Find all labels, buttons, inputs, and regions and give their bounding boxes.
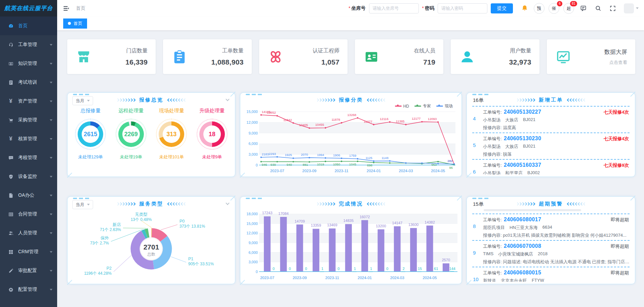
- svg-text:1148: 1148: [381, 156, 388, 160]
- message-icon[interactable]: [577, 3, 589, 14]
- work-order-item: 10工单编号:240606080015即将超期新辣道北京丰台永旺FTYW报修内容…: [472, 270, 630, 282]
- svg-text:17243: 17243: [262, 211, 272, 215]
- sidebar-item-accounting[interactable]: ¥核算管理: [0, 129, 57, 148]
- stat-card-users: 用户数量32,973: [451, 39, 539, 74]
- breadcrumb[interactable]: 首页: [76, 5, 85, 11]
- sidebar-item-label: 采购管理: [18, 117, 37, 123]
- sidebar-item-label: 合同管理: [18, 211, 37, 217]
- svg-text:373个 13.81%: 373个 13.81%: [179, 224, 205, 229]
- svg-text:无类型: 无类型: [135, 212, 148, 217]
- order-no-link[interactable]: 240605130227: [504, 109, 541, 115]
- order-no-link[interactable]: 240605130230: [504, 136, 541, 142]
- bell-icon[interactable]: [519, 3, 530, 14]
- panel-service-type: 当月 服务类型 无类型13个 0.48%P0373个 13.81%P1905个 …: [67, 196, 235, 284]
- item-index: 9: [473, 243, 483, 265]
- status-tag: 七天报修4次: [604, 136, 630, 142]
- book-icon: [7, 60, 14, 67]
- item-index: 5: [473, 136, 483, 157]
- topbar: 首页 坐席号 密码 提交 预催6超81: [57, 0, 644, 16]
- title-decoration-right: [367, 203, 386, 205]
- sidebar-item-label: 配置管理: [18, 286, 37, 293]
- svg-text:2023-11: 2023-11: [325, 276, 339, 280]
- order-no-link[interactable]: 240606080015: [504, 270, 541, 276]
- legend-item[interactable]: 专家: [414, 103, 431, 109]
- month-filter-select[interactable]: 当月: [72, 96, 93, 105]
- submit-button[interactable]: 提交: [491, 3, 513, 13]
- sidebar-item-assets[interactable]: ¥资产管理: [0, 92, 57, 111]
- sidebar-item-label: 设备监控: [18, 174, 37, 180]
- stat-card-screen[interactable]: 数据大屏点击查看: [547, 39, 635, 74]
- svg-text:P2: P2: [107, 266, 112, 271]
- password-label: 密码: [422, 5, 434, 11]
- svg-text:1019: 1019: [317, 162, 324, 166]
- sidebar-item-home[interactable]: 首页: [0, 16, 57, 35]
- urge-button[interactable]: 催6: [549, 3, 559, 14]
- svg-text:1050: 1050: [333, 162, 340, 166]
- store-info: TIMS小营珠宝城捷枫店2018: [483, 251, 630, 257]
- overdue-list[interactable]: 8工单编号:240606080017即将超期屈臣氏项目HN三亚大东海6634报修…: [472, 208, 630, 282]
- password-input[interactable]: [438, 3, 487, 13]
- chevron-down-icon: [50, 251, 52, 253]
- chevron-down-icon: [50, 232, 52, 234]
- sidebar-item-assessment[interactable]: 考核管理: [0, 148, 57, 167]
- title-decoration-left: [316, 203, 335, 205]
- repair-content: 报修内容: 脱落: [483, 151, 630, 157]
- new-orders-list[interactable]: 4工单编号:240605130227七天报修4次小吊梨汤大族店BJ021报修内容…: [472, 104, 630, 175]
- stat-label: 在线人员: [414, 47, 435, 54]
- collapse-icon[interactable]: [226, 97, 229, 101]
- sidebar-item-label: 知识管理: [18, 61, 37, 67]
- sidebar-item-label: 核算管理: [18, 136, 37, 142]
- sidebar-item-contracts[interactable]: 合同管理: [0, 205, 57, 224]
- search-icon[interactable]: [592, 3, 604, 14]
- panels-row-2: 当月 服务类型 无类型13个 0.48%P0373个 13.81%P1905个 …: [67, 196, 635, 284]
- people-icon: [7, 230, 14, 236]
- stat-label: 认证工程师: [313, 47, 339, 54]
- sidebar-item-oa[interactable]: OA办公: [0, 186, 57, 205]
- month-filter-select[interactable]: 当月: [72, 200, 93, 209]
- svg-text:11385: 11385: [396, 119, 405, 123]
- order-no-link[interactable]: 240605160337: [504, 162, 541, 168]
- svg-text:73个 2.7%: 73个 2.7%: [90, 241, 109, 245]
- repair-gauges: 总报修量2615未处理129单远程处理量2269未处理19单现场处理量313未处…: [68, 108, 235, 160]
- legend-item[interactable]: 现场: [436, 103, 453, 109]
- sidebar-item-approval[interactable]: 审批配置: [0, 261, 57, 280]
- sidebar-item-exam-training[interactable]: 考试培训: [0, 73, 57, 92]
- svg-text:15: 15: [418, 267, 422, 271]
- sidebar-item-knowledge[interactable]: 知识管理: [0, 54, 57, 73]
- tab-label: 首页: [74, 21, 82, 27]
- order-no-label: 工单编号:: [483, 136, 502, 142]
- order-no-link[interactable]: 240606070008: [504, 243, 541, 249]
- svg-text:3,000: 3,000: [248, 260, 257, 264]
- svg-text:1759: 1759: [349, 154, 356, 157]
- order-no-link[interactable]: 240606080017: [504, 217, 541, 223]
- svg-text:2070: 2070: [301, 153, 308, 156]
- user-menu[interactable]: [624, 3, 639, 13]
- sidebar-menu: 首页工单管理知识管理考试培训¥资产管理采购管理¥核算管理考核管理设备监控OA办公…: [0, 16, 57, 307]
- svg-text:2023-07: 2023-07: [260, 276, 274, 280]
- pre-button[interactable]: 预: [534, 3, 545, 14]
- sidebar-item-config[interactable]: 配置管理: [0, 280, 57, 299]
- svg-text:P0: P0: [179, 219, 185, 224]
- sidebar-item-label: 考核管理: [18, 155, 37, 161]
- tab-home[interactable]: 首页: [63, 18, 87, 29]
- chart-legend: HD专家现场: [395, 103, 453, 109]
- sidebar-item-work-orders[interactable]: 工单管理: [0, 35, 57, 54]
- hamburger-icon[interactable]: [62, 4, 71, 13]
- chevron-down-icon: [50, 289, 52, 291]
- legend-item[interactable]: HD: [395, 104, 409, 109]
- collapse-icon[interactable]: [226, 201, 229, 205]
- seat-number-input[interactable]: [369, 3, 419, 13]
- gauge-value: 313: [163, 125, 180, 143]
- repair-content: 报修内容: 问题描述: 电话电线松动 无法插入电源 不通电 已排查; 指导门店拔…: [483, 259, 630, 265]
- sidebar-item-personnel[interactable]: 人员管理: [0, 224, 57, 242]
- over-button[interactable]: 超81: [563, 3, 574, 14]
- sidebar-item-crm[interactable]: CRM管理: [0, 242, 57, 261]
- stat-value: 719: [414, 58, 435, 66]
- sidebar-item-device-monitor[interactable]: 设备监控: [0, 167, 57, 186]
- svg-text:2: 2: [403, 267, 405, 271]
- item-index: 8: [473, 217, 483, 238]
- svg-text:12116: 12116: [380, 117, 389, 121]
- fullscreen-icon[interactable]: [607, 3, 618, 14]
- avatar: [624, 3, 634, 13]
- sidebar-item-purchasing[interactable]: 采购管理: [0, 111, 57, 129]
